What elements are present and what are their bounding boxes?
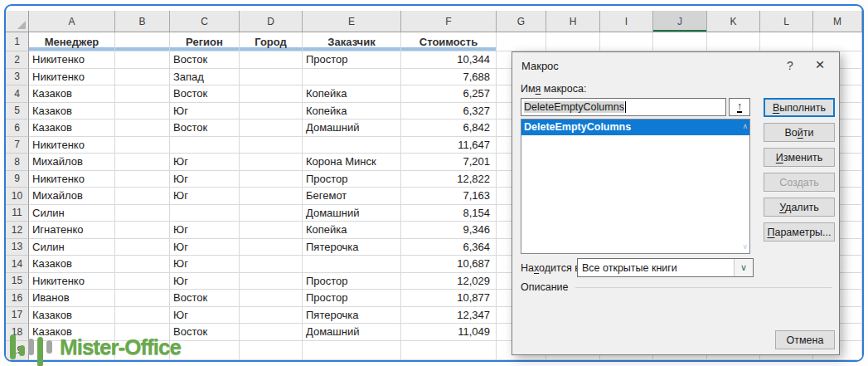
macro-name-input[interactable]: DeleteEmptyColumns [521, 98, 726, 116]
cell-F2[interactable]: 10,344 [401, 51, 497, 69]
scroll-up-icon[interactable]: ∧ [742, 122, 748, 130]
cell-F10[interactable]: 7,163 [401, 188, 497, 205]
cell-A8[interactable]: Михайлов [29, 154, 115, 171]
cell-F18[interactable]: 11,049 [401, 324, 497, 341]
cell-A3[interactable]: Никитенко [29, 69, 115, 86]
column-header-H[interactable]: H [546, 11, 600, 32]
macro-name-up-button[interactable]: ↑ [729, 98, 750, 116]
column-header-M[interactable]: M [813, 11, 862, 32]
cell-B8[interactable] [115, 154, 170, 171]
cell-F6[interactable]: 6,842 [401, 120, 497, 137]
cell-D8[interactable] [240, 154, 303, 171]
cell-F5[interactable]: 6,327 [401, 103, 497, 120]
cell-D10[interactable] [240, 188, 303, 205]
row-header-2[interactable]: 2 [6, 51, 29, 69]
row-header-11[interactable]: 11 [6, 205, 29, 222]
cell-B15[interactable] [115, 273, 170, 290]
row-header-14[interactable]: 14 [6, 256, 29, 273]
cell-E17[interactable]: Пятерочка [303, 307, 401, 325]
cell-F3[interactable]: 7,688 [401, 69, 497, 86]
cell-B3[interactable] [115, 69, 170, 86]
cell-A13[interactable]: Силин [29, 239, 115, 256]
cell-G1[interactable] [497, 32, 546, 51]
row-header-9[interactable]: 9 [6, 171, 29, 188]
column-header-G[interactable]: G [497, 11, 546, 32]
cell-E9[interactable]: Простор [303, 171, 401, 188]
cell-E6[interactable]: Домашний [303, 120, 401, 137]
cell-F8[interactable]: 7,201 [401, 154, 497, 171]
cell-B10[interactable] [115, 188, 170, 205]
cell-B16[interactable] [115, 290, 170, 307]
macro-list[interactable]: ∧ ∨ DeleteEmptyColumns [521, 119, 750, 254]
location-dropdown[interactable]: Все открытые книги ∨ [577, 258, 754, 277]
column-header-C[interactable]: C [170, 11, 240, 32]
column-header-A[interactable]: A [29, 11, 115, 32]
cell-D3[interactable] [240, 69, 303, 86]
cell-M1[interactable] [813, 32, 862, 51]
cell-D11[interactable] [240, 205, 303, 222]
edit-button[interactable]: Изменить [764, 148, 835, 167]
column-header-I[interactable]: I [600, 11, 653, 32]
cell-L1[interactable] [760, 32, 813, 51]
cell-A2[interactable]: Никитенко [29, 51, 115, 69]
cell-C8[interactable]: Юг [170, 154, 240, 171]
cell-E1[interactable]: Заказчик [303, 32, 401, 51]
cell-C13[interactable]: Юг [170, 239, 240, 256]
cell-C15[interactable]: Юг [170, 273, 240, 290]
cell-B17[interactable] [115, 307, 170, 325]
cell-B5[interactable] [115, 103, 170, 120]
cell-C9[interactable]: Юг [170, 171, 240, 188]
cell-D16[interactable] [240, 290, 303, 307]
cell-B11[interactable] [115, 205, 170, 222]
row-header-16[interactable]: 16 [6, 290, 29, 307]
row-header-3[interactable]: 3 [6, 69, 29, 86]
cancel-button[interactable]: Отмена [775, 330, 835, 349]
cell-A6[interactable]: Казаков [29, 120, 115, 137]
column-header-E[interactable]: E [303, 11, 401, 32]
select-all-corner[interactable] [6, 11, 29, 32]
cell-C14[interactable]: Юг [170, 256, 240, 273]
cell-E14[interactable] [303, 256, 401, 273]
column-header-D[interactable]: D [240, 11, 303, 32]
help-icon[interactable]: ? [781, 59, 799, 72]
cell-C7[interactable] [170, 137, 240, 154]
cell-E10[interactable]: Бегемот [303, 188, 401, 205]
cell-A10[interactable]: Михайлов [29, 188, 115, 205]
cell-K1[interactable] [707, 32, 760, 51]
row-header-12[interactable]: 12 [6, 222, 29, 239]
cell-B14[interactable] [115, 256, 170, 273]
cell-H1[interactable] [546, 32, 600, 51]
cell-A1[interactable]: Менеджер [29, 32, 115, 51]
cell-C3[interactable]: Запад [170, 69, 240, 86]
cell-D17[interactable] [240, 307, 303, 325]
column-header-B[interactable]: B [115, 11, 170, 32]
cell-A4[interactable]: Казаков [29, 85, 115, 103]
cell-I1[interactable] [600, 32, 653, 51]
cell-D4[interactable] [240, 85, 303, 103]
cell-B1[interactable] [115, 32, 170, 51]
cell-A5[interactable]: Казаков [29, 103, 115, 120]
cell-J1[interactable] [653, 32, 707, 51]
cell-F19[interactable] [401, 341, 497, 361]
cell-E13[interactable]: Пятерочка [303, 239, 401, 256]
cell-E4[interactable]: Копейка [303, 85, 401, 103]
cell-C12[interactable]: Юг [170, 222, 240, 239]
cell-F4[interactable]: 6,257 [401, 85, 497, 103]
cell-F13[interactable]: 6,364 [401, 239, 497, 256]
cell-C11[interactable] [170, 205, 240, 222]
cell-E7[interactable] [303, 137, 401, 154]
row-header-13[interactable]: 13 [6, 239, 29, 256]
cell-A12[interactable]: Игнатенко [29, 222, 115, 239]
scroll-down-icon[interactable]: ∨ [742, 242, 748, 251]
cell-C1[interactable]: Регион [170, 32, 240, 51]
cell-E19[interactable] [303, 341, 401, 361]
row-header-5[interactable]: 5 [6, 103, 29, 120]
cell-B6[interactable] [115, 120, 170, 137]
cell-A15[interactable]: Никитенко [29, 273, 115, 290]
cell-F16[interactable]: 10,877 [401, 290, 497, 307]
cell-B12[interactable] [115, 222, 170, 239]
cell-C16[interactable]: Восток [170, 290, 240, 307]
cell-D6[interactable] [240, 120, 303, 137]
cell-F1[interactable]: Стоимость [401, 32, 497, 51]
cell-D12[interactable] [240, 222, 303, 239]
